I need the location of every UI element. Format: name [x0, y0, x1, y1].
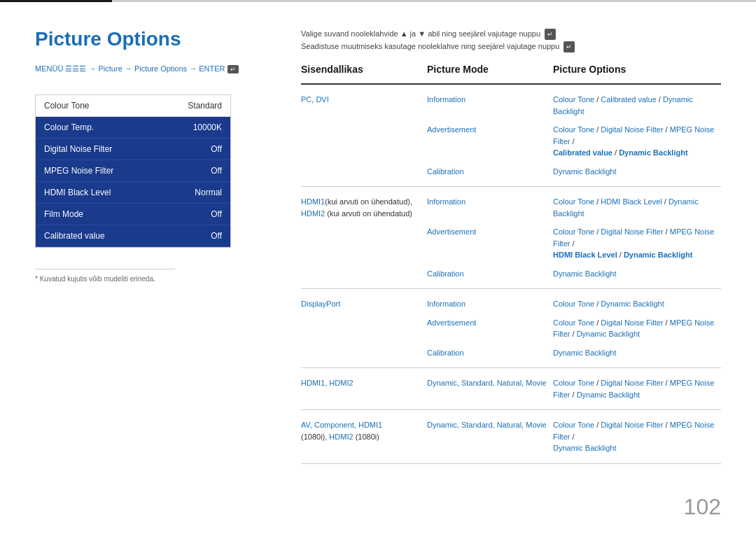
- menu-item-film-mode-label: Film Mode: [44, 209, 83, 219]
- menu-item-film-mode[interactable]: Film Mode Off: [36, 204, 230, 225]
- menu-item-colour-tone[interactable]: Colour Tone Standard: [36, 95, 230, 117]
- header-options: Picture Options: [553, 64, 721, 79]
- table-row: PC, DVI Information Colour Tone / Calibr…: [301, 90, 721, 120]
- mode-calibration-1: Calibration: [427, 164, 553, 179]
- top-border-accent: [0, 0, 112, 2]
- mode-information-2: Information: [427, 195, 553, 220]
- options-10: Colour Tone / Digital Noise Filter / MPE…: [553, 376, 721, 402]
- menu-icon: ☰☰☰: [65, 64, 88, 73]
- mode-information-3: Information: [427, 297, 553, 311]
- page-number: 102: [684, 494, 721, 520]
- menu-item-colour-tone-label: Colour Tone: [44, 101, 90, 111]
- table-section-hdmi12: HDMI1, HDMI2 Dynamic, Standard, Natural,…: [301, 368, 721, 410]
- source-empty-4: [301, 267, 427, 281]
- source-hdmi-pc: HDMI1(kui arvuti on ühendatud), HDMI2 (k…: [301, 195, 427, 220]
- header-mode: Picture Mode: [427, 64, 553, 79]
- options-4: Colour Tone / HDMI Black Level / Dynamic…: [553, 195, 721, 220]
- options-8: Colour Tone / Digital Noise Filter / MPE…: [553, 316, 721, 342]
- mode-information-1: Information: [427, 92, 553, 118]
- source-empty-1: [301, 122, 427, 160]
- mode-dynamic-1: Dynamic, Standard, Natural, Movie: [427, 376, 553, 402]
- table-row: DisplayPort Information Colour Tone / Dy…: [301, 295, 721, 314]
- menu-enter: → ENTER: [189, 64, 225, 73]
- source-av: AV, Component, HDMI1(1080i), HDMI2 (1080…: [301, 418, 427, 456]
- menu-item-film-mode-value: Off: [211, 209, 222, 219]
- page-title: Picture Options: [35, 28, 273, 50]
- mode-advertisement-2: Advertisement: [427, 225, 553, 262]
- menu-item-digital-noise[interactable]: Digital Noise Filter Off: [36, 139, 230, 160]
- source-pc-dvi: PC, DVI: [301, 92, 427, 118]
- left-column: Picture Options MENÜÜ ☰☰☰ → Picture → Pi…: [35, 28, 273, 283]
- menu-prefix: MENÜÜ: [35, 64, 63, 73]
- footnote-line: [35, 269, 175, 269]
- menu-item-calibrated-label: Calibrated value: [44, 231, 105, 241]
- menu-item-colour-temp-value: 10000K: [193, 122, 222, 132]
- mode-dynamic-2: Dynamic, Standard, Natural, Movie: [427, 418, 553, 456]
- enter-icon-1: ↵: [545, 29, 556, 40]
- mode-advertisement-3: Advertisement: [427, 316, 553, 342]
- table-section-hdmi-pc: HDMI1(kui arvuti on ühendatud), HDMI2 (k…: [301, 187, 721, 289]
- footnote: * Kuvatud kujutis võib mudeliti erineda.: [35, 275, 273, 283]
- options-3: Dynamic Backlight: [553, 164, 721, 179]
- menu-item-mpeg-noise-label: MPEG Noise Filter: [44, 166, 113, 176]
- menu-item-digital-noise-value: Off: [211, 144, 222, 154]
- table-row: Advertisement Colour Tone / Digital Nois…: [301, 223, 721, 265]
- table-row: Calibration Dynamic Backlight: [301, 265, 721, 283]
- options-7: Colour Tone / Dynamic Backlight: [553, 297, 721, 311]
- table-section-av: AV, Component, HDMI1(1080i), HDMI2 (1080…: [301, 410, 721, 464]
- menu-arrow2: →: [125, 64, 134, 73]
- enter-icon-2: ↵: [564, 41, 575, 52]
- options-5: Colour Tone / Digital Noise Filter / MPE…: [553, 225, 721, 262]
- menu-link1: Picture: [99, 64, 122, 73]
- instructions: Valige suvand nooleklahvide ▲ ja ▼ abil …: [301, 28, 721, 52]
- menu-item-colour-temp-label: Colour Temp.: [44, 122, 94, 132]
- options-2: Colour Tone / Digital Noise Filter / MPE…: [553, 122, 721, 160]
- table-section-displayport: DisplayPort Information Colour Tone / Dy…: [301, 289, 721, 368]
- header-source: Sisendallikas: [301, 64, 427, 79]
- source-displayport: DisplayPort: [301, 297, 427, 311]
- options-1: Colour Tone / Calibrated value / Dynamic…: [553, 92, 721, 118]
- right-column: Valige suvand nooleklahvide ▲ ja ▼ abil …: [301, 28, 721, 464]
- table-header: Sisendallikas Picture Mode Picture Optio…: [301, 64, 721, 85]
- options-6: Dynamic Backlight: [553, 267, 721, 281]
- table-row: Advertisement Colour Tone / Digital Nois…: [301, 120, 721, 162]
- menu-item-mpeg-noise-value: Off: [211, 166, 222, 176]
- menu-item-digital-noise-label: Digital Noise Filter: [44, 144, 112, 154]
- table-section-pc-dvi: PC, DVI Information Colour Tone / Calibr…: [301, 85, 721, 187]
- table-row: HDMI1, HDMI2 Dynamic, Standard, Natural,…: [301, 374, 721, 404]
- source-hdmi12: HDMI1, HDMI2: [301, 376, 427, 402]
- menu-list: Colour Tone Standard Colour Temp. 10000K…: [35, 94, 231, 248]
- menu-item-hdmi-black-value: Normal: [195, 188, 222, 197]
- instruction-line2: Seadistuse muutmiseks kasutage nooleklah…: [301, 41, 721, 53]
- menu-item-calibrated[interactable]: Calibrated value Off: [36, 225, 230, 247]
- enter-icon: ↵: [227, 65, 239, 73]
- menu-item-calibrated-value: Off: [211, 231, 222, 241]
- mode-advertisement-1: Advertisement: [427, 122, 553, 160]
- options-11: Colour Tone / Digital Noise Filter / MPE…: [553, 418, 721, 456]
- menu-path: MENÜÜ ☰☰☰ → Picture → Picture Options → …: [35, 64, 273, 73]
- table-row: Calibration Dynamic Backlight: [301, 344, 721, 363]
- options-9: Dynamic Backlight: [553, 346, 721, 360]
- table-row: Calibration Dynamic Backlight: [301, 162, 721, 181]
- instruction-line1: Valige suvand nooleklahvide ▲ ja ▼ abil …: [301, 28, 721, 41]
- table-row: AV, Component, HDMI1(1080i), HDMI2 (1080…: [301, 416, 721, 458]
- table-row: HDMI1(kui arvuti on ühendatud), HDMI2 (k…: [301, 192, 721, 223]
- menu-item-mpeg-noise[interactable]: MPEG Noise Filter Off: [36, 160, 230, 182]
- source-empty-5: [301, 316, 427, 342]
- mode-calibration-2: Calibration: [427, 267, 553, 281]
- mode-calibration-3: Calibration: [427, 346, 553, 360]
- source-empty-2: [301, 164, 427, 179]
- menu-item-hdmi-black[interactable]: HDMI Black Level Normal: [36, 182, 230, 204]
- table-row: Advertisement Colour Tone / Digital Nois…: [301, 314, 721, 344]
- menu-item-colour-temp[interactable]: Colour Temp. 10000K: [36, 117, 230, 139]
- source-empty-6: [301, 346, 427, 360]
- menu-item-colour-tone-value: Standard: [188, 101, 222, 111]
- menu-link2: Picture Options: [134, 64, 187, 73]
- options-table: Sisendallikas Picture Mode Picture Optio…: [301, 64, 721, 464]
- menu-arrow1: →: [88, 64, 98, 73]
- source-empty-3: [301, 225, 427, 262]
- top-border: [0, 0, 756, 2]
- menu-item-hdmi-black-label: HDMI Black Level: [44, 188, 111, 197]
